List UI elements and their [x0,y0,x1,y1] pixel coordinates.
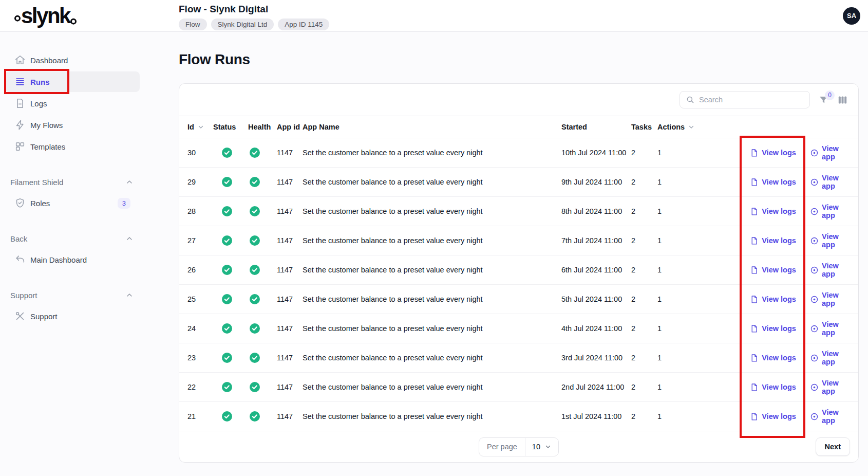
health-success-icon [249,147,260,158]
sidebar-item-label: My Flows [30,121,63,130]
section-title: Support [10,291,37,300]
cell-tasks: 2 [627,412,655,420]
view-app-link[interactable]: View app [810,408,850,425]
cell-tasks: 2 [627,324,655,333]
cell-id: 26 [187,266,213,274]
columns-toggle-button[interactable] [837,95,848,105]
sidebar-item-my-flows[interactable]: My Flows [5,115,140,135]
view-logs-link[interactable]: View logs [750,295,796,304]
cell-status [213,264,241,276]
page-title: Flow Runs [179,51,859,68]
cell-id: 21 [187,412,213,420]
cell-app-id: 1147 [269,266,300,274]
avatar[interactable]: SA [843,7,860,25]
cell-tasks: 2 [627,236,655,245]
view-logs-link[interactable]: View logs [750,412,796,421]
tools-icon [14,310,26,322]
cell-started: 8th Jul 2024 11:00 [557,207,627,215]
view-logs-link[interactable]: View logs [750,178,796,187]
cell-view-logs: View logs [740,266,806,274]
cell-id: 22 [187,383,213,391]
filter-button[interactable]: 0 [818,95,829,105]
view-app-link[interactable]: View app [810,144,850,161]
search-icon [686,95,695,104]
health-success-icon [249,352,260,363]
cell-health [241,411,269,422]
cell-actions: 1 [655,354,740,362]
breadcrumb-chip-app-id: App ID 1145 [278,19,329,30]
view-app-link[interactable]: View app [810,379,850,395]
column-header-id[interactable]: Id [187,123,213,131]
view-app-link[interactable]: View app [810,232,850,249]
cell-view-app: View app [806,144,850,161]
cell-started: 7th Jul 2024 11:00 [557,236,627,245]
cell-view-logs: View logs [740,324,806,333]
cell-app-name: Set the customer balance to a preset val… [300,149,557,157]
per-page-select[interactable]: Per page 10 [479,437,559,456]
cell-app-name: Set the customer balance to a preset val… [300,354,557,362]
cell-app-name: Set the customer balance to a preset val… [300,324,557,333]
column-header-actions[interactable]: Actions [655,123,740,131]
per-page-value: 10 [532,443,540,451]
view-logs-link[interactable]: View logs [750,207,796,216]
cell-actions: 1 [655,324,740,333]
eye-icon [810,324,819,333]
sidebar-item-label: Templates [30,142,65,151]
brand-logo[interactable]: slynk [14,7,77,24]
sidebar-item-runs[interactable]: Runs [5,71,140,92]
section-header-back[interactable]: Back [0,232,145,245]
view-app-link[interactable]: View app [810,174,850,190]
cell-started: 3rd Jul 2024 11:00 [557,354,627,362]
cell-view-logs: View logs [740,149,806,157]
cell-view-app: View app [806,174,850,190]
logo-ring-left-icon [14,15,21,22]
view-logs-link[interactable]: View logs [750,236,796,245]
view-logs-link[interactable]: View logs [750,266,796,274]
sidebar-item-support[interactable]: Support [5,306,140,326]
view-app-link[interactable]: View app [810,350,850,366]
cell-health [241,264,269,276]
cell-status [213,381,241,393]
cell-view-logs: View logs [740,354,806,362]
cell-id: 29 [187,178,213,186]
table-row: 29 1147 Set the customer balance to a pr… [179,168,858,197]
next-page-button[interactable]: Next [816,437,850,456]
view-app-link[interactable]: View app [810,262,850,278]
sidebar: Dashboard Runs Logs My Flows Templates [0,32,145,463]
sidebar-item-roles[interactable]: Roles 3 [5,193,140,213]
sidebar-item-dashboard[interactable]: Dashboard [5,50,140,70]
view-app-link[interactable]: View app [810,291,850,307]
cell-health [241,294,269,305]
cell-app-name: Set the customer balance to a preset val… [300,236,557,245]
sidebar-item-main-dashboard[interactable]: Main Dashboard [5,249,140,270]
cell-started: 5th Jul 2024 11:00 [557,295,627,303]
view-app-link[interactable]: View app [810,320,850,337]
view-logs-link[interactable]: View logs [750,324,796,333]
home-icon [14,54,26,66]
search-input[interactable] [699,96,804,104]
cell-app-id: 1147 [269,383,300,391]
cell-health [241,381,269,393]
chevron-down-icon [544,443,552,450]
cell-app-name: Set the customer balance to a preset val… [300,295,557,303]
cell-app-name: Set the customer balance to a preset val… [300,383,557,391]
view-logs-link[interactable]: View logs [750,149,796,157]
sidebar-item-logs[interactable]: Logs [5,93,140,114]
view-logs-link[interactable]: View logs [750,383,796,392]
view-app-link[interactable]: View app [810,203,850,219]
view-logs-link[interactable]: View logs [750,354,796,362]
cell-app-id: 1147 [269,207,300,215]
cell-actions: 1 [655,178,740,186]
topbar: slynk Flow - Slynk Digital Flow Slynk Di… [0,0,868,32]
file-icon [750,266,759,274]
section-header-support[interactable]: Support [0,288,145,302]
section-header-filament-shield[interactable]: Filament Shield [0,175,145,189]
health-success-icon [249,381,260,393]
cell-status [213,323,241,334]
cell-app-id: 1147 [269,324,300,333]
file-icon [750,207,759,216]
sidebar-item-templates[interactable]: Templates [5,136,140,157]
chevron-up-icon [125,234,134,243]
column-header-app-id: App id [269,123,300,131]
logo-ring-right-icon [70,19,77,25]
